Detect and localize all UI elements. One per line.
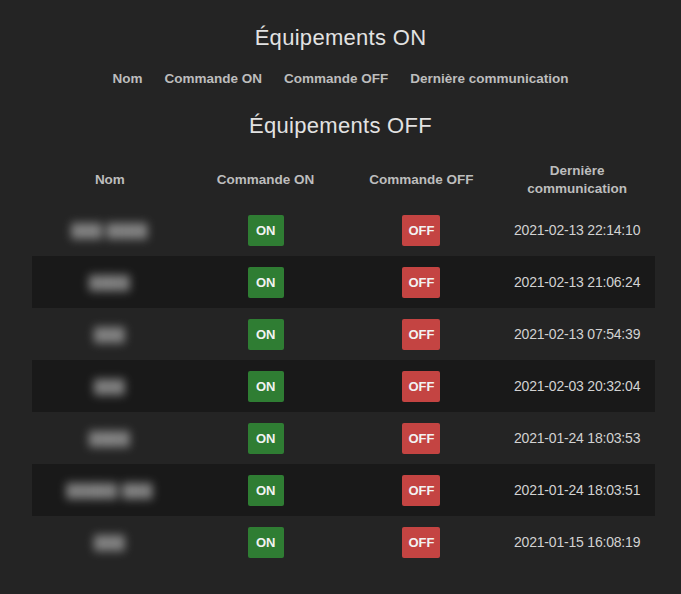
equipment-name-redacted: ███ — [95, 327, 126, 342]
dashboard: Équipements ON Nom Commande ON Commande … — [0, 0, 681, 594]
section-on-title: Équipements ON — [0, 0, 681, 51]
section-off-title: Équipements OFF — [0, 86, 681, 139]
off-button[interactable]: OFF — [402, 319, 440, 350]
last-communication: 2021-02-13 07:54:39 — [514, 326, 640, 342]
last-communication: 2021-02-13 22:14:10 — [514, 222, 640, 238]
on-button[interactable]: ON — [248, 527, 284, 558]
equipment-name-redacted: ███ ████ — [72, 223, 148, 238]
table-row: ████ ON OFF 2021-01-24 18:03:53 — [32, 412, 655, 464]
off-button[interactable]: OFF — [402, 215, 440, 246]
on-button[interactable]: ON — [248, 319, 284, 350]
column-header-derniere-communication: Dernière communication — [410, 71, 568, 86]
column-header-commande-off: Commande OFF — [344, 156, 500, 204]
column-header-nom: Nom — [112, 71, 142, 86]
column-header-nom: Nom — [32, 156, 188, 204]
on-button[interactable]: ON — [248, 215, 284, 246]
table-header: Nom Commande ON Commande OFF Dernière co… — [32, 156, 655, 204]
last-communication: 2021-01-15 16:08:19 — [514, 534, 640, 550]
equipment-name-redacted: ███ — [95, 379, 126, 394]
last-communication: 2021-02-13 21:06:24 — [514, 274, 640, 290]
off-button[interactable]: OFF — [402, 267, 440, 298]
equipment-name-redacted: ████ — [89, 275, 130, 290]
last-communication: 2021-02-03 20:32:04 — [514, 378, 640, 394]
off-button[interactable]: OFF — [402, 423, 440, 454]
last-communication: 2021-01-24 18:03:51 — [514, 482, 640, 498]
on-button[interactable]: ON — [248, 267, 284, 298]
table-row: ████ ON OFF 2021-02-13 21:06:24 — [32, 256, 655, 308]
table-header-row: Nom Commande ON Commande OFF Dernière co… — [32, 156, 655, 204]
table-row: ███ ████ ON OFF 2021-02-13 22:14:10 — [32, 204, 655, 256]
off-button[interactable]: OFF — [402, 475, 440, 506]
equipment-off-table: Nom Commande ON Commande OFF Dernière co… — [32, 156, 655, 568]
column-header-commande-on: Commande ON — [164, 71, 262, 86]
equipment-name-redacted: █████ ███ — [67, 483, 153, 498]
table-row: █████ ███ ON OFF 2021-01-24 18:03:51 — [32, 464, 655, 516]
table-row: ███ ON OFF 2021-02-03 20:32:04 — [32, 360, 655, 412]
table-row: ███ ON OFF 2021-01-15 16:08:19 — [32, 516, 655, 568]
on-button[interactable]: ON — [248, 423, 284, 454]
column-header-derniere-communication: Dernière communication — [499, 156, 655, 204]
equipment-name-redacted: ███ — [95, 535, 126, 550]
off-button[interactable]: OFF — [402, 371, 440, 402]
section-on-header-row: Nom Commande ON Commande OFF Dernière co… — [0, 71, 681, 86]
last-communication: 2021-01-24 18:03:53 — [514, 430, 640, 446]
off-button[interactable]: OFF — [402, 527, 440, 558]
on-button[interactable]: ON — [248, 475, 284, 506]
equipment-name-redacted: ████ — [89, 431, 130, 446]
table-row: ███ ON OFF 2021-02-13 07:54:39 — [32, 308, 655, 360]
column-header-commande-off: Commande OFF — [284, 71, 388, 86]
on-button[interactable]: ON — [248, 371, 284, 402]
column-header-commande-on: Commande ON — [188, 156, 344, 204]
